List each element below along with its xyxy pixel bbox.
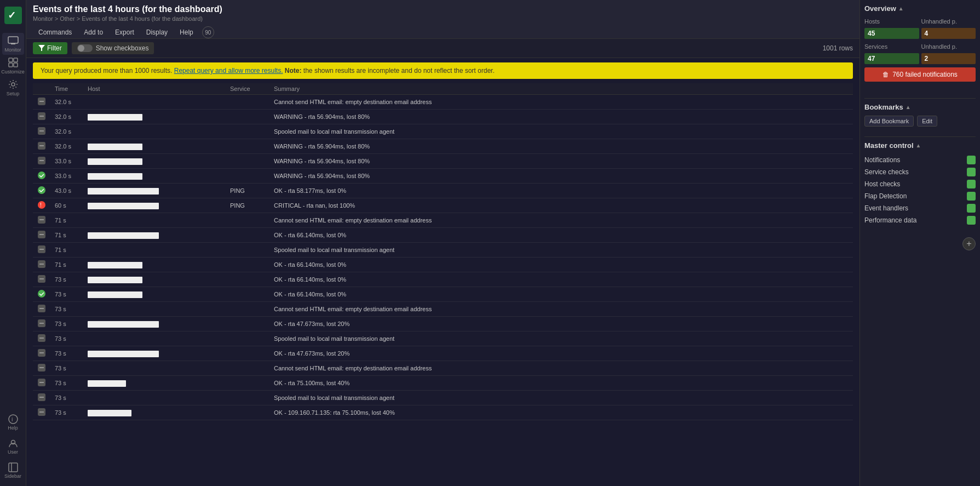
redacted-host bbox=[88, 262, 142, 268]
services-unhandled-label: Unhandled p. bbox=[921, 42, 976, 51]
checkboxes-toggle[interactable] bbox=[77, 44, 93, 52]
status-grey-icon bbox=[37, 230, 46, 239]
row-host[interactable] bbox=[83, 110, 226, 124]
row-host[interactable] bbox=[83, 184, 226, 198]
repeat-query-link[interactable]: Repeat query and allow more results. bbox=[174, 67, 283, 75]
hosts-value-bar[interactable]: 45 bbox=[864, 28, 919, 39]
table-row[interactable]: 71 sOK - rta 66.140ms, lost 0% bbox=[33, 258, 853, 272]
col-service[interactable]: Service bbox=[226, 83, 270, 95]
master-control-label-event-handlers: Event handlers bbox=[864, 204, 908, 212]
svg-rect-12 bbox=[9, 463, 18, 472]
col-host[interactable]: Host bbox=[83, 83, 226, 95]
row-host[interactable] bbox=[83, 258, 226, 272]
row-host[interactable] bbox=[83, 198, 226, 213]
nav-circle-button[interactable]: 90 bbox=[202, 26, 214, 38]
table-row[interactable]: 33.0 sWARNING - rta 56.904ms, lost 80% bbox=[33, 169, 853, 184]
show-checkboxes-button[interactable]: Show checkboxes bbox=[72, 42, 154, 54]
table-row[interactable]: 73 sCannot send HTML email: empty destin… bbox=[33, 361, 853, 376]
row-summary: WARNING - rta 56.904ms, lost 80% bbox=[270, 110, 853, 124]
row-summary: Cannot send HTML email: empty destinatio… bbox=[270, 95, 853, 110]
row-host[interactable] bbox=[83, 391, 226, 405]
table-row[interactable]: 73 sOK - 109.160.71.135: rta 75.100ms, l… bbox=[33, 405, 853, 420]
col-summary[interactable]: Summary bbox=[270, 83, 853, 95]
services-unhandled-bar[interactable]: 2 bbox=[921, 53, 976, 64]
row-host[interactable] bbox=[83, 302, 226, 317]
table-row[interactable]: 73 sOK - rta 75.100ms, lost 40% bbox=[33, 376, 853, 391]
row-host[interactable] bbox=[83, 317, 226, 331]
master-control-section: Master control ▲ NotificationsService ch… bbox=[864, 141, 976, 226]
add-panel-button[interactable]: + bbox=[962, 237, 976, 250]
redacted-host bbox=[88, 291, 142, 298]
nav-display[interactable]: Display bbox=[141, 26, 173, 38]
table-row[interactable]: !60 sPINGCRITICAL - rta nan, lost 100% bbox=[33, 198, 853, 213]
nav-add-to[interactable]: Add to bbox=[78, 26, 108, 38]
row-host[interactable] bbox=[83, 154, 226, 169]
master-control-toggle-notifications[interactable] bbox=[967, 156, 976, 164]
row-time: 73 s bbox=[50, 361, 83, 376]
table-row[interactable]: 32.0 sSpooled mail to local mail transmi… bbox=[33, 124, 853, 139]
table-row[interactable]: 73 sSpooled mail to local mail transmiss… bbox=[33, 331, 853, 346]
table-row[interactable]: 73 sSpooled mail to local mail transmiss… bbox=[33, 391, 853, 405]
checkmk-logo[interactable]: ✓ bbox=[2, 4, 24, 26]
status-grey-icon bbox=[37, 334, 46, 342]
services-value-bar[interactable]: 47 bbox=[864, 53, 919, 64]
row-host[interactable] bbox=[83, 346, 226, 361]
master-control-label-notifications: Notifications bbox=[864, 156, 900, 164]
overview-services-grid: Services Unhandled p. 47 2 bbox=[864, 42, 976, 64]
row-host[interactable] bbox=[83, 405, 226, 420]
sidebar-item-monitor[interactable]: Monitor bbox=[2, 33, 24, 55]
master-control-chevron[interactable]: ▲ bbox=[916, 142, 921, 148]
row-host[interactable] bbox=[83, 243, 226, 258]
add-bookmark-button[interactable]: Add Bookmark bbox=[864, 116, 914, 127]
row-host[interactable] bbox=[83, 139, 226, 154]
table-row[interactable]: 33.0 sWARNING - rta 56.904ms, lost 80% bbox=[33, 154, 853, 169]
master-control-item-service-checks: Service checks bbox=[864, 166, 976, 178]
sidebar-item-customize[interactable]: Customize bbox=[2, 55, 24, 77]
sidebar-item-help[interactable]: i Help bbox=[2, 411, 24, 433]
table-row[interactable]: 71 sOK - rta 66.140ms, lost 0% bbox=[33, 228, 853, 243]
row-host[interactable] bbox=[83, 272, 226, 287]
table-row[interactable]: 73 sOK - rta 66.140ms, lost 0% bbox=[33, 272, 853, 287]
col-time[interactable]: Time bbox=[50, 83, 83, 95]
sidebar-item-setup[interactable]: Setup bbox=[2, 77, 24, 99]
bookmarks-chevron[interactable]: ▲ bbox=[906, 104, 911, 110]
row-host[interactable] bbox=[83, 376, 226, 391]
redacted-host bbox=[88, 144, 142, 150]
table-row[interactable]: 43.0 sPINGOK - rta 58.177ms, lost 0% bbox=[33, 184, 853, 198]
table-row[interactable]: 73 sOK - rta 66.140ms, lost 0% bbox=[33, 287, 853, 302]
master-control-toggle-event-handlers[interactable] bbox=[967, 204, 976, 213]
row-host[interactable] bbox=[83, 287, 226, 302]
nav-commands[interactable]: Commands bbox=[33, 26, 77, 38]
row-host[interactable] bbox=[83, 169, 226, 184]
nav-help[interactable]: Help bbox=[174, 26, 199, 38]
table-row[interactable]: 32.0 sWARNING - rta 56.904ms, lost 80% bbox=[33, 110, 853, 124]
row-icon-cell bbox=[33, 331, 50, 346]
table-row[interactable]: 73 sOK - rta 47.673ms, lost 20% bbox=[33, 317, 853, 331]
row-service bbox=[226, 124, 270, 139]
overview-chevron[interactable]: ▲ bbox=[898, 5, 904, 12]
table-row[interactable]: 71 sSpooled mail to local mail transmiss… bbox=[33, 243, 853, 258]
master-control-toggle-service-checks[interactable] bbox=[967, 168, 976, 176]
filter-button[interactable]: Filter bbox=[33, 42, 67, 54]
table-row[interactable]: 73 sOK - rta 47.673ms, lost 20% bbox=[33, 346, 853, 361]
sidebar-item-user[interactable]: User bbox=[2, 436, 24, 458]
table-row[interactable]: 71 sCannot send HTML email: empty destin… bbox=[33, 213, 853, 228]
failed-notifications-button[interactable]: 🗑 760 failed notifications bbox=[864, 67, 976, 82]
row-host[interactable] bbox=[83, 95, 226, 110]
row-summary: Cannot send HTML email: empty destinatio… bbox=[270, 213, 853, 228]
master-control-toggle-performance-data[interactable] bbox=[967, 216, 976, 225]
row-host[interactable] bbox=[83, 228, 226, 243]
row-host[interactable] bbox=[83, 213, 226, 228]
table-row[interactable]: 32.0 sCannot send HTML email: empty dest… bbox=[33, 95, 853, 110]
table-row[interactable]: 32.0 sWARNING - rta 56.904ms, lost 80% bbox=[33, 139, 853, 154]
master-control-toggle-flap-detection[interactable] bbox=[967, 192, 976, 201]
sidebar-item-sidebar[interactable]: Sidebar bbox=[2, 460, 24, 482]
row-host[interactable] bbox=[83, 124, 226, 139]
master-control-toggle-host-checks[interactable] bbox=[967, 180, 976, 188]
row-host[interactable] bbox=[83, 361, 226, 376]
row-host[interactable] bbox=[83, 331, 226, 346]
hosts-unhandled-bar[interactable]: 4 bbox=[921, 28, 976, 39]
table-row[interactable]: 73 sCannot send HTML email: empty destin… bbox=[33, 302, 853, 317]
nav-export[interactable]: Export bbox=[110, 26, 140, 38]
edit-bookmark-button[interactable]: Edit bbox=[917, 116, 937, 127]
